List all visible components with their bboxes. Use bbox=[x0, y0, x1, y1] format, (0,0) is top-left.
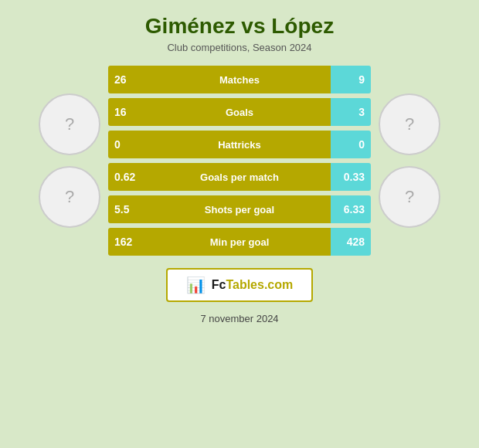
stat-row: 26Matches9 bbox=[108, 66, 371, 93]
brand-box: 📊 FcTables.com bbox=[166, 268, 314, 302]
stat-left-value: 16 bbox=[108, 98, 148, 126]
stat-label: Min per goal bbox=[148, 228, 331, 256]
stat-right-value: 428 bbox=[331, 228, 371, 256]
stats-container: 26Matches916Goals30Hattricks00.62Goals p… bbox=[108, 66, 371, 256]
stat-row: 0Hattricks0 bbox=[108, 131, 371, 158]
left-avatars: ? ? bbox=[39, 93, 100, 228]
stat-right-value: 9 bbox=[331, 66, 371, 93]
date: 7 november 2024 bbox=[200, 313, 278, 324]
header: Giménez vs López Club competitions, Seas… bbox=[145, 0, 334, 58]
brand-text: FcTables.com bbox=[212, 278, 294, 292]
stat-row: 0.62Goals per match0.33 bbox=[108, 163, 371, 191]
avatar-right-top: ? bbox=[379, 93, 440, 155]
comparison-area: ? ? 26Matches916Goals30Hattricks00.62Goa… bbox=[0, 66, 479, 256]
subtitle: Club competitions, Season 2024 bbox=[145, 42, 334, 53]
avatar-right-bottom: ? bbox=[379, 166, 440, 228]
stat-left-value: 26 bbox=[108, 66, 148, 93]
question-icon-3: ? bbox=[405, 114, 414, 134]
stat-right-value: 0.33 bbox=[331, 163, 371, 191]
stat-row: 5.5Shots per goal6.33 bbox=[108, 195, 371, 223]
avatar-left-bottom: ? bbox=[39, 166, 100, 228]
avatar-left-top: ? bbox=[39, 93, 100, 155]
stat-right-value: 0 bbox=[331, 131, 371, 158]
stat-row: 162Min per goal428 bbox=[108, 228, 371, 256]
stat-left-value: 0 bbox=[108, 131, 148, 158]
question-icon: ? bbox=[65, 114, 74, 134]
stat-label: Hattricks bbox=[148, 131, 331, 158]
stat-left-value: 5.5 bbox=[108, 195, 148, 223]
stat-label: Goals per match bbox=[148, 163, 331, 191]
stat-right-value: 3 bbox=[331, 98, 371, 126]
right-avatars: ? ? bbox=[379, 93, 440, 228]
stat-left-value: 162 bbox=[108, 228, 148, 256]
stat-right-value: 6.33 bbox=[331, 195, 371, 223]
stat-label: Shots per goal bbox=[148, 195, 331, 223]
question-icon-4: ? bbox=[405, 187, 414, 207]
stat-row: 16Goals3 bbox=[108, 98, 371, 126]
stat-left-value: 0.62 bbox=[108, 163, 148, 191]
page-title: Giménez vs López bbox=[145, 14, 334, 39]
brand-icon: 📊 bbox=[186, 276, 206, 294]
stat-label: Goals bbox=[148, 98, 331, 126]
stat-label: Matches bbox=[148, 66, 331, 93]
question-icon-2: ? bbox=[65, 187, 74, 207]
